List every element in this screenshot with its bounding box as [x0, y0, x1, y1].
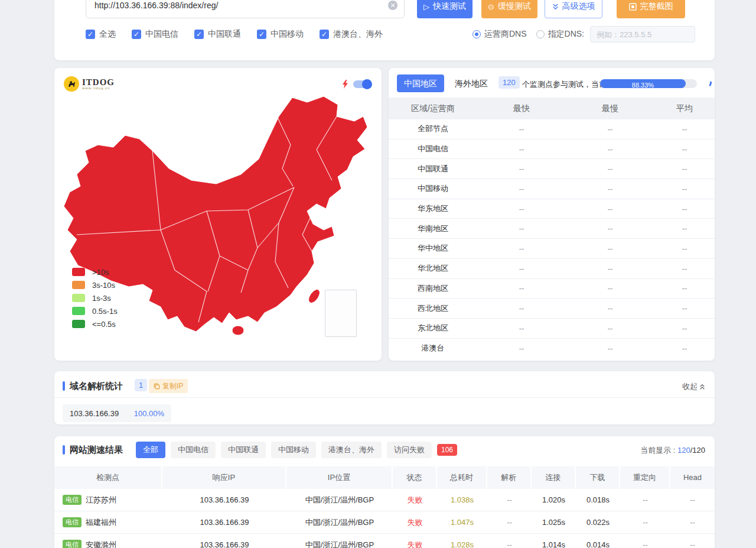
custom-dns-input[interactable] — [590, 26, 695, 43]
showing-count: 当前显示 : 120/120 — [640, 445, 705, 456]
copy-icon — [154, 383, 160, 390]
filter-all[interactable]: 全部 — [136, 442, 165, 458]
table-row: 港澳台 -- -- -- — [389, 339, 715, 359]
resolved-ip-percent: 100.00% — [134, 409, 164, 418]
table-row: 电信 安徽滁州 103.36.166.39 中国/浙江/温州/BGP 失败 1.… — [54, 534, 715, 548]
taiwan-region — [307, 287, 322, 304]
filter-china-unicom[interactable]: 中国联通 — [221, 442, 266, 458]
section-accent-bar — [63, 381, 65, 391]
node-name: 江苏苏州 — [86, 495, 116, 505]
showing-current: 120 — [677, 446, 690, 455]
url-input[interactable] — [86, 0, 405, 18]
col-redirect: 重定向 — [620, 466, 670, 489]
legend-label: <=0.5s — [92, 320, 116, 329]
tab-china-region[interactable]: 中国地区 — [397, 74, 444, 92]
dns-option-row: 运营商DNS 指定DNS: — [472, 26, 695, 43]
copy-ip-button[interactable]: 复制IP — [149, 379, 188, 393]
progress-percent: 88.33% — [632, 82, 654, 89]
table-row: 东北地区 -- -- -- — [389, 319, 715, 339]
col-connect: 连接 — [532, 466, 576, 489]
map-controls — [342, 80, 371, 89]
showing-total: /120 — [690, 446, 705, 455]
clock-icon: ⊙ — [488, 3, 494, 11]
table-row: 华中地区 -- -- -- — [389, 239, 715, 259]
monitor-count-badge: 120 — [498, 76, 520, 89]
filter-china-mobile[interactable]: 中国移动 — [271, 442, 316, 458]
progress-fill: 88.33% — [600, 79, 686, 88]
legend-item: <=0.5s — [72, 320, 118, 328]
table-row: 电信 江苏苏州 103.36.166.39 中国/浙江/温州/BGP 失败 1.… — [54, 489, 715, 511]
col-status: 状态 — [393, 466, 437, 489]
checkbox-checked-icon: ✓ — [86, 30, 95, 39]
region-table: 区域/运营商 最快 最慢 平均 全部节点 -- -- -- 中国电信 -- --… — [389, 98, 715, 358]
table-row: 华北地区 -- -- -- — [389, 259, 715, 279]
table-row: 西南地区 -- -- -- — [389, 279, 715, 299]
table-row: 全部节点 -- -- -- — [389, 119, 715, 140]
slow-test-label: 缓慢测试 — [498, 1, 531, 12]
filter-hk-mo-tw-overseas[interactable]: 港澳台、海外 — [321, 442, 382, 458]
toggle-knob — [362, 79, 372, 89]
collapse-label: 收起 — [682, 381, 698, 392]
filter-china-telecom[interactable]: 中国电信 — [171, 442, 216, 458]
checkbox-label: 全选 — [99, 29, 116, 40]
hainan-region — [232, 326, 244, 335]
results-title: 网站测速结果 — [70, 445, 123, 456]
col-dns: 解析 — [487, 466, 532, 489]
checkbox-checked-icon: ✓ — [257, 30, 266, 39]
col-ip-location: IP位置 — [286, 466, 393, 489]
legend-label: 3s-10s — [92, 281, 115, 290]
filter-failed[interactable]: 访问失败 — [387, 442, 432, 458]
screenshot-icon — [629, 3, 637, 11]
play-icon: ▷ — [423, 3, 429, 11]
radio-custom-dns[interactable] — [536, 30, 545, 38]
region-table-header: 区域/运营商 最快 最慢 平均 — [389, 98, 715, 119]
legend-item: 1s-3s — [72, 294, 118, 302]
legend-swatch-red — [72, 268, 85, 276]
results-table-header: 检测点 响应IP IP位置 状态 总耗时 解析 连接 下载 重定向 Head — [54, 466, 715, 489]
col-head: Head — [670, 466, 715, 489]
copy-ip-label: 复制IP — [162, 381, 183, 391]
map-toggle-switch[interactable] — [353, 80, 371, 88]
clear-input-icon[interactable]: ✕ — [388, 1, 397, 10]
carrier-checkbox-row: ✓ 全选 ✓ 中国电信 ✓ 中国联通 ✓ 中国移动 ✓ 港澳台、海外 — [86, 27, 383, 42]
checkbox-china-mobile[interactable]: ✓ 中国移动 — [257, 29, 304, 40]
legend-swatch-darkgreen — [72, 320, 85, 328]
checkbox-hk-mo-tw-overseas[interactable]: ✓ 港澳台、海外 — [320, 29, 383, 40]
checkbox-checked-icon: ✓ — [320, 30, 329, 39]
advanced-options-button[interactable]: 高级选项 — [545, 0, 602, 18]
showing-label: 当前显示 : — [640, 446, 677, 455]
checkbox-select-all[interactable]: ✓ 全选 — [86, 29, 116, 40]
checkbox-china-telecom[interactable]: ✓ 中国电信 — [132, 29, 178, 40]
slow-test-button[interactable]: ⊙ 缓慢测试 — [481, 0, 537, 18]
collapse-toggle[interactable]: 收起 — [682, 381, 705, 392]
custom-dns-label: 指定DNS: — [548, 29, 584, 40]
progress-bar: 88.33% — [600, 79, 697, 88]
section-accent-bar — [63, 445, 65, 455]
itdog-logo: ITDOG www.itdog.cn — [64, 76, 115, 92]
col-fastest: 最快 — [477, 103, 566, 114]
carrier-dns-label: 运营商DNS — [484, 29, 527, 40]
checkbox-checked-icon: ✓ — [132, 30, 141, 39]
legend-swatch-orange — [72, 281, 85, 289]
col-slowest: 最慢 — [566, 103, 654, 114]
radio-carrier-dns[interactable] — [472, 30, 481, 38]
checkbox-china-unicom[interactable]: ✓ 中国联通 — [194, 29, 241, 40]
lightning-icon — [342, 80, 348, 89]
logo-subtitle: www.itdog.cn — [82, 86, 115, 90]
full-screenshot-button[interactable]: 完整截图 — [617, 0, 685, 18]
tab-overseas-region[interactable]: 海外地区 — [455, 79, 488, 89]
quick-test-button[interactable]: ▷ 快速测试 — [417, 0, 472, 18]
col-region: 区域/运营商 — [389, 103, 477, 114]
dog-icon — [64, 76, 79, 92]
col-node: 检测点 — [54, 466, 162, 489]
table-row: 华南地区 -- -- -- — [389, 219, 715, 239]
resolved-ip: 103.36.166.39 — [70, 409, 119, 418]
dns-count-badge: 1 — [135, 379, 147, 391]
checkbox-label: 中国电信 — [145, 29, 178, 40]
col-total-time: 总耗时 — [437, 466, 487, 489]
divider — [54, 397, 715, 398]
checkbox-label: 中国移动 — [271, 29, 304, 40]
resolved-ip-item[interactable]: 103.36.166.39 100.00% — [63, 404, 171, 422]
table-row: 西北地区 -- -- -- — [389, 299, 715, 319]
south-china-sea-inset — [325, 290, 357, 337]
